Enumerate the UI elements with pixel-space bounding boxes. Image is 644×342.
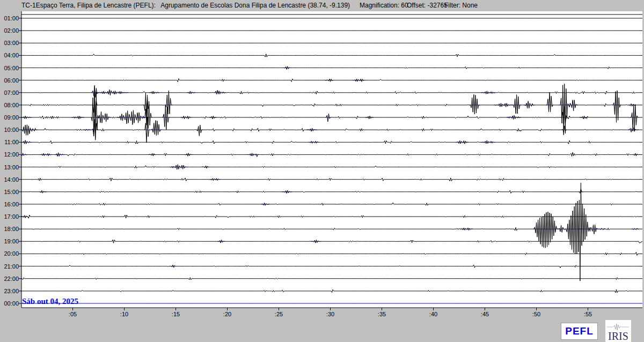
iris-seismogram-icon xyxy=(606,323,630,331)
x-axis-label-:50: :50 xyxy=(528,311,546,318)
trace-row-04:00 xyxy=(21,54,643,57)
y-axis-label-19:00: 19:00 xyxy=(0,237,19,245)
y-axis-label-06:00: 06:00 xyxy=(0,77,19,84)
y-axis-label-23:00: 23:00 xyxy=(0,287,19,295)
trace-row-08:00 xyxy=(21,84,643,135)
trace-row-12:00 xyxy=(21,152,643,157)
trace-row-10:00 xyxy=(21,117,643,143)
trace-row-14:00 xyxy=(21,178,643,181)
y-axis-label-04:00: 04:00 xyxy=(0,51,19,59)
y-axis-label-01:00: 01:00 xyxy=(0,14,19,22)
trace-row-11:00 xyxy=(21,140,643,144)
iris-logo-text: IRIS xyxy=(608,331,628,341)
y-axis-label-21:00: 21:00 xyxy=(0,263,19,270)
x-axis-label-:15: :15 xyxy=(167,311,185,318)
y-axis-label-09:00: 09:00 xyxy=(0,114,19,121)
y-axis-label-05:00: 05:00 xyxy=(0,64,19,72)
pefl-logo-text: PEFL xyxy=(565,325,594,337)
x-axis-label-:20: :20 xyxy=(218,311,237,318)
y-axis-label-20:00: 20:00 xyxy=(0,250,19,257)
x-axis-label-:45: :45 xyxy=(476,311,494,318)
y-axis-label-15:00: 15:00 xyxy=(0,188,19,196)
x-axis-label-:05: :05 xyxy=(64,311,82,318)
y-axis-label-12:00: 12:00 xyxy=(0,151,19,158)
trace-row-05:00 xyxy=(21,66,643,70)
trace-row-15:00 xyxy=(21,189,643,193)
y-axis-label-13:00: 13:00 xyxy=(0,163,19,171)
trace-row-20:00 xyxy=(21,252,643,256)
date-label: Sáb out 04, 2025 xyxy=(22,297,78,306)
y-axis-label-07:00: 07:00 xyxy=(0,89,19,96)
x-axis-label-:35: :35 xyxy=(373,311,391,318)
x-axis-label-:40: :40 xyxy=(425,311,443,318)
trace-row-06:00 xyxy=(21,79,643,82)
trace-row-13:00 xyxy=(21,165,643,169)
y-axis-label-10:00: 10:00 xyxy=(0,126,19,133)
y-axis-label-03:00: 03:00 xyxy=(0,39,19,47)
helicorder-window: TC-1Espaço Terra, Filipa de Lencastre (P… xyxy=(0,0,644,342)
y-axis-label-08:00: 08:00 xyxy=(0,101,19,109)
y-axis-label-11:00: 11:00 xyxy=(0,138,19,146)
y-axis-label-14:00: 14:00 xyxy=(0,176,19,183)
trace-row-22:00 xyxy=(21,278,643,280)
trace-row-19:00 xyxy=(21,240,643,243)
x-axis-label-:30: :30 xyxy=(321,311,340,318)
x-axis-label-:10: :10 xyxy=(115,311,134,318)
x-axis-label-:25: :25 xyxy=(270,311,288,318)
y-axis-label-02:00: 02:00 xyxy=(0,27,19,34)
y-axis-label-18:00: 18:00 xyxy=(0,225,19,233)
helicorder-plot[interactable] xyxy=(0,0,644,342)
trace-row-21:00 xyxy=(21,265,643,268)
y-axis-label-00:00: 00:00 xyxy=(0,300,19,307)
y-axis-label-17:00: 17:00 xyxy=(0,213,19,220)
iris-logo: IRIS xyxy=(605,320,631,342)
pefl-logo: PEFL xyxy=(561,323,598,340)
y-axis-label-16:00: 16:00 xyxy=(0,200,19,208)
x-axis-label-:55: :55 xyxy=(579,311,597,318)
y-axis-label-22:00: 22:00 xyxy=(0,275,19,282)
trace-row-16:00 xyxy=(21,203,643,205)
trace-row-23:00 xyxy=(21,289,643,293)
